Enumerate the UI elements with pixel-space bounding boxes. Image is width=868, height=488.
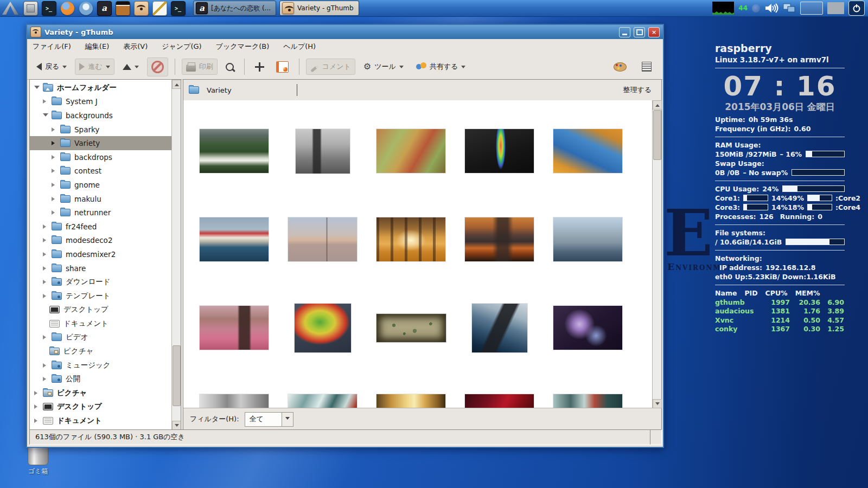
thumb-city-building-bw[interactable] bbox=[200, 394, 269, 408]
back-dropdown-icon[interactable] bbox=[62, 66, 67, 70]
sidebar-item-backdrops[interactable]: backdrops bbox=[30, 150, 172, 164]
sidebar-item-downloads[interactable]: ダウンロード bbox=[30, 275, 172, 289]
expander-icon[interactable] bbox=[52, 155, 57, 159]
thumb-dark-red-forest[interactable] bbox=[465, 394, 534, 408]
expander-icon[interactable] bbox=[34, 419, 40, 423]
launcher-audacious[interactable]: a bbox=[97, 1, 112, 16]
start-menu-button[interactable] bbox=[0, 0, 21, 16]
sidebar-item-netrunner[interactable]: netrunner bbox=[30, 206, 172, 220]
menu-bookmarks[interactable]: ブックマーク(B) bbox=[216, 42, 270, 52]
expander-icon[interactable] bbox=[43, 252, 48, 256]
launcher-video[interactable] bbox=[115, 1, 130, 16]
expander-icon[interactable] bbox=[52, 183, 57, 187]
thumb-golden-backlit-forest[interactable] bbox=[376, 394, 445, 408]
sidebar-item-pictures[interactable]: ピクチャ bbox=[30, 386, 172, 400]
resize-grip[interactable] bbox=[650, 429, 662, 445]
expander-icon[interactable] bbox=[34, 391, 40, 395]
sidebar-item-makulu[interactable]: makulu bbox=[30, 192, 172, 206]
minimize-button[interactable] bbox=[619, 27, 630, 37]
thumb-autumn-forest-glow[interactable] bbox=[376, 217, 445, 261]
menu-edit[interactable]: 編集(E) bbox=[85, 42, 109, 52]
sidebar-item-desktop[interactable]: デスクトップ bbox=[30, 400, 172, 414]
thumb-ornate-stone-bridge[interactable] bbox=[553, 217, 622, 261]
share-button[interactable]: 共有する bbox=[412, 59, 470, 74]
thumb-autumn-leaves-macro[interactable] bbox=[376, 129, 445, 173]
expander-icon[interactable] bbox=[52, 210, 57, 215]
sidebar-item-documents-sub[interactable]: ドキュメント bbox=[30, 317, 172, 331]
logout-button[interactable] bbox=[848, 1, 865, 16]
thumb-green-mountains-waterfall[interactable] bbox=[200, 129, 269, 173]
scroll-down-button[interactable] bbox=[172, 421, 181, 430]
sidebar-item-pictures-sub[interactable]: ピクチャ bbox=[30, 344, 172, 358]
expander-icon[interactable] bbox=[52, 197, 57, 201]
sidebar-item-contest[interactable]: contest bbox=[30, 164, 172, 178]
maximize-button[interactable] bbox=[634, 27, 645, 37]
tools-dropdown-icon[interactable] bbox=[399, 66, 404, 70]
launcher-terminal[interactable]: >_ bbox=[41, 1, 56, 16]
sidebar-item-templates[interactable]: テンプレート bbox=[30, 289, 172, 303]
tray-panel-widget[interactable] bbox=[827, 2, 844, 14]
sidebar-item-music[interactable]: ミュージック bbox=[30, 358, 172, 373]
sidebar-item-home[interactable]: ホームフォルダー bbox=[30, 81, 172, 95]
thumb-sailboat-calm-dusk[interactable] bbox=[288, 217, 357, 261]
tree-scrollbar-thumb[interactable] bbox=[173, 345, 181, 406]
sidebar-item-system-j[interactable]: System J bbox=[30, 95, 172, 109]
taskbar-window-gthumb[interactable]: Variety - gThumb bbox=[279, 1, 359, 16]
expander-icon[interactable] bbox=[52, 127, 57, 132]
menu-go[interactable]: ジャンプ(G) bbox=[162, 42, 201, 52]
sidebar-item-gnome[interactable]: gnome bbox=[30, 178, 172, 192]
sidebar-item-videos[interactable]: ビデオ bbox=[30, 331, 172, 345]
scroll-up-button[interactable] bbox=[172, 80, 181, 89]
thumb-volcano-ash-sunset[interactable] bbox=[465, 217, 534, 261]
expander-icon[interactable] bbox=[43, 238, 48, 242]
up-button[interactable] bbox=[119, 61, 143, 73]
current-folder-button[interactable]: Variety bbox=[189, 86, 232, 94]
thumb-lighter-rainbow-flame[interactable] bbox=[465, 129, 534, 173]
expander-icon[interactable] bbox=[43, 363, 48, 368]
forward-button[interactable]: 進む bbox=[75, 59, 114, 75]
sidebar-item-share[interactable]: share bbox=[30, 261, 172, 275]
launcher-firefox[interactable] bbox=[60, 1, 75, 16]
tree-scrollbar[interactable] bbox=[171, 80, 181, 430]
share-dropdown-icon[interactable] bbox=[461, 66, 465, 70]
up-dropdown-icon[interactable] bbox=[135, 66, 139, 70]
launcher-terminal2[interactable]: >_ bbox=[170, 1, 186, 16]
thumb-pink-petals-tree-trunks[interactable] bbox=[200, 306, 269, 350]
expander-icon[interactable] bbox=[43, 294, 48, 298]
menu-file[interactable]: ファイル(F) bbox=[33, 42, 71, 52]
expander-icon[interactable] bbox=[34, 86, 40, 92]
expander-icon[interactable] bbox=[52, 169, 57, 173]
expander-icon[interactable] bbox=[43, 99, 48, 104]
organize-button[interactable]: 整理する bbox=[618, 83, 656, 97]
thumbnail-scrollbar-thumb[interactable] bbox=[653, 110, 661, 160]
sidebar-item-modesdeco2[interactable]: modesdeco2 bbox=[30, 234, 172, 248]
thumb-camo-texture[interactable] bbox=[376, 314, 446, 342]
sidebar-item-desktop-sub[interactable]: デスクトップ bbox=[30, 303, 172, 317]
launcher-notepad[interactable] bbox=[152, 1, 167, 16]
tools-button[interactable]: ⚙ツール bbox=[360, 59, 407, 74]
expander-icon[interactable] bbox=[43, 224, 48, 229]
filter-combobox[interactable]: 全て bbox=[245, 412, 293, 427]
menu-help[interactable]: ヘルプ(H) bbox=[283, 42, 316, 52]
thumb-harbor-fishing-boats[interactable] bbox=[200, 217, 269, 261]
sidebar-item-public[interactable]: 公開 bbox=[30, 372, 172, 386]
cpu-graph-widget[interactable] bbox=[712, 2, 734, 15]
forward-dropdown-icon[interactable] bbox=[106, 66, 110, 70]
thumb-purple-nebula[interactable] bbox=[553, 306, 622, 350]
expander-icon[interactable] bbox=[52, 141, 57, 145]
scroll-up-button[interactable] bbox=[653, 100, 662, 110]
sidebar-item-documents[interactable]: ドキュメント bbox=[30, 414, 172, 428]
comment-button[interactable]: コメント bbox=[306, 59, 355, 75]
expander-icon[interactable] bbox=[43, 335, 48, 339]
sidebar-item-fr24feed[interactable]: fr24feed bbox=[30, 220, 172, 234]
view-mode-button[interactable] bbox=[638, 59, 655, 74]
slideshow-button[interactable] bbox=[272, 59, 292, 75]
print-button[interactable]: 印刷 bbox=[182, 59, 218, 75]
thumb-satellite-over-earth[interactable] bbox=[472, 304, 527, 352]
launcher-chromium[interactable] bbox=[78, 1, 93, 16]
search-button[interactable] bbox=[222, 60, 238, 74]
thumb-gothic-cathedral-bw[interactable] bbox=[296, 129, 350, 174]
sidebar-item-backgrounds[interactable]: backgrounds bbox=[30, 108, 172, 123]
volume-icon[interactable] bbox=[764, 2, 778, 14]
thumb-autumn-birches-sky[interactable] bbox=[553, 129, 622, 173]
